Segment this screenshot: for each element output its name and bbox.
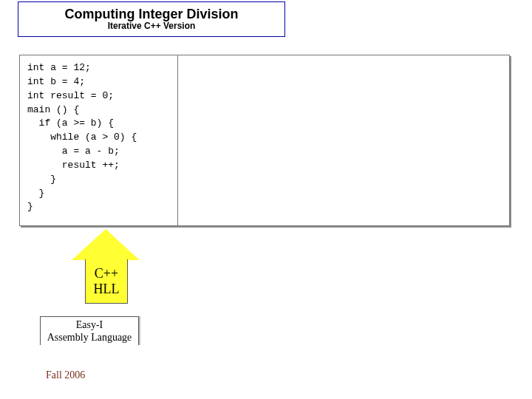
code-panel: int a = 12; int b = 4; int result = 0; m…	[20, 55, 178, 225]
cpp-hll-arrow: C++ HLL	[72, 229, 140, 312]
up-arrow-line2: HLL	[94, 282, 120, 297]
footer-text: Fall 2006	[46, 369, 85, 381]
title-box: Computing Integer Division Iterative C++…	[18, 1, 285, 37]
arrow-head	[72, 229, 140, 260]
title-main: Computing Integer Division	[64, 7, 238, 22]
arrow-body: C++ HLL	[85, 259, 128, 304]
title-sub: Iterative C++ Version	[108, 21, 196, 31]
content-box: int a = 12; int b = 4; int result = 0; m…	[19, 55, 510, 226]
down-arrow-head	[25, 345, 154, 357]
assembly-arrow: Easy-I Assembly Language	[40, 316, 168, 358]
down-arrow-body: Easy-I Assembly Language	[40, 316, 139, 346]
slide: Computing Integer Division Iterative C++…	[0, 0, 532, 399]
down-arrow-line1: Easy-I	[76, 319, 103, 331]
up-arrow-line1: C++	[95, 266, 118, 282]
down-arrow-line2: Assembly Language	[47, 332, 132, 344]
